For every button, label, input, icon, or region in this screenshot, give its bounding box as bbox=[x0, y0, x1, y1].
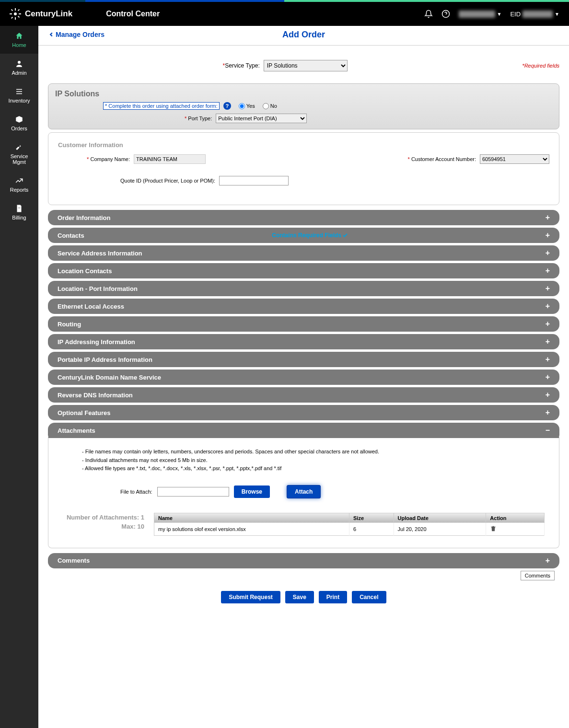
file-input[interactable] bbox=[157, 487, 229, 497]
plus-icon: + bbox=[546, 231, 550, 240]
company-name-label: * Company Name: bbox=[58, 156, 130, 162]
account-number-label: * Customer Account Number: bbox=[404, 156, 476, 162]
plus-icon: + bbox=[546, 355, 550, 364]
accordion-portable-ip-address-information[interactable]: Portable IP Address Information+ bbox=[48, 352, 559, 367]
col-action: Action bbox=[486, 513, 545, 523]
chevron-left-icon bbox=[48, 31, 55, 38]
col-date: Upload Date bbox=[394, 513, 486, 523]
table-row: my ip solutions olof excel version.xlsx … bbox=[154, 523, 545, 536]
svg-rect-8 bbox=[18, 9, 20, 11]
radio-no[interactable]: No bbox=[263, 103, 277, 109]
radio-yes[interactable]: Yes bbox=[239, 103, 255, 109]
svg-rect-5 bbox=[11, 9, 13, 11]
svg-rect-15 bbox=[18, 208, 21, 208]
accordion-order-information[interactable]: Order Information+ bbox=[48, 210, 559, 225]
accordion-optional-features[interactable]: Optional Features+ bbox=[48, 405, 559, 420]
bell-icon[interactable] bbox=[424, 10, 433, 18]
accordion-location-contacts[interactable]: Location Contacts+ bbox=[48, 263, 559, 278]
attach-note-1: - File names may contain only letters, n… bbox=[82, 448, 545, 456]
svg-rect-6 bbox=[18, 16, 20, 18]
nav-orders[interactable]: Orders bbox=[0, 109, 38, 137]
service-type-label: *Service Type: bbox=[223, 62, 260, 69]
col-size: Size bbox=[349, 513, 394, 523]
svg-point-0 bbox=[14, 12, 17, 15]
col-name: Name bbox=[154, 513, 349, 523]
accordion-ethernet-local-access[interactable]: Ethernet Local Access+ bbox=[48, 299, 559, 314]
plus-icon: + bbox=[546, 391, 550, 399]
svg-rect-13 bbox=[16, 91, 22, 92]
company-name-input[interactable] bbox=[134, 154, 206, 164]
user-menu[interactable]: xxxxxxxx▼ bbox=[459, 11, 502, 18]
accordion-location-port-information[interactable]: Location - Port Information+ bbox=[48, 281, 559, 296]
attach-button[interactable]: Attach bbox=[287, 485, 321, 498]
accordion-ip-addressing-information[interactable]: IP Addressing Information+ bbox=[48, 334, 559, 349]
svg-rect-7 bbox=[11, 17, 13, 19]
plus-icon: + bbox=[546, 266, 550, 275]
quote-id-input[interactable] bbox=[219, 176, 289, 185]
svg-rect-4 bbox=[19, 13, 21, 14]
help-icon[interactable]: ? bbox=[223, 102, 231, 110]
list-icon bbox=[15, 87, 23, 96]
port-type-label: * Port Type: bbox=[185, 116, 212, 121]
plus-icon: + bbox=[546, 337, 550, 346]
minus-icon: − bbox=[546, 426, 550, 435]
accordion-service-address-information[interactable]: Service Address Information+ bbox=[48, 245, 559, 261]
accordion-reverse-dns-information[interactable]: Reverse DNS Information+ bbox=[48, 387, 559, 403]
browse-button[interactable]: Browse bbox=[234, 485, 270, 498]
service-type-select[interactable]: IP Solutions bbox=[264, 60, 348, 71]
quote-id-label: Quote ID (Product Pricer, Loop or POM): bbox=[120, 178, 215, 184]
centurylink-logo-icon bbox=[10, 8, 21, 20]
attach-note-3: - Allowed file types are *.txt, *.doc, *… bbox=[82, 464, 545, 473]
accordion-routing[interactable]: Routing+ bbox=[48, 316, 559, 332]
wrench-icon bbox=[15, 143, 23, 151]
page-title: Add Order bbox=[282, 30, 325, 40]
eid-menu[interactable]: EIDxxxxxx▼ bbox=[510, 11, 559, 18]
attachments-panel: - File names may contain only letters, n… bbox=[48, 436, 559, 548]
document-icon bbox=[15, 204, 23, 213]
sidebar: Home Admin Inventory Orders Service Mgmt… bbox=[0, 26, 38, 728]
logo[interactable]: CenturyLink bbox=[10, 8, 72, 20]
plus-icon: + bbox=[546, 408, 550, 417]
submit-button[interactable]: Submit Request bbox=[221, 591, 280, 603]
account-number-select[interactable]: 60594951 bbox=[480, 154, 549, 164]
save-button[interactable]: Save bbox=[285, 591, 314, 603]
plus-icon: + bbox=[546, 320, 550, 328]
nav-billing[interactable]: Billing bbox=[0, 198, 38, 226]
plus-icon: + bbox=[546, 284, 550, 293]
ip-solutions-section: IP Solutions * Complete this order using… bbox=[48, 83, 559, 129]
svg-rect-3 bbox=[10, 13, 12, 14]
contains-required-badge: Contains Required Fields bbox=[272, 232, 348, 239]
cancel-button[interactable]: Cancel bbox=[352, 591, 386, 603]
nav-admin[interactable]: Admin bbox=[0, 54, 38, 81]
svg-rect-2 bbox=[15, 17, 16, 20]
nav-inventory[interactable]: Inventory bbox=[0, 81, 38, 109]
back-link[interactable]: Manage Orders bbox=[48, 31, 105, 38]
chart-icon bbox=[15, 176, 23, 185]
trash-icon[interactable] bbox=[490, 525, 497, 532]
home-icon bbox=[15, 32, 23, 40]
svg-rect-14 bbox=[16, 93, 22, 94]
accordion-comments[interactable]: Comments + bbox=[48, 553, 559, 568]
user-icon bbox=[15, 59, 23, 68]
accordion-centurylink-domain-name-service[interactable]: CenturyLink Domain Name Service+ bbox=[48, 370, 559, 385]
nav-home[interactable]: Home bbox=[0, 26, 38, 54]
attach-note-2: - Individual attachments may not exceed … bbox=[82, 456, 545, 465]
chevron-down-icon: ▼ bbox=[497, 12, 502, 17]
customer-info-section: Customer Information * Company Name: * C… bbox=[48, 132, 559, 205]
help-icon[interactable] bbox=[441, 10, 450, 18]
comments-tooltip: Comments bbox=[521, 571, 555, 580]
order-form-label: * Complete this order using attached ord… bbox=[103, 102, 220, 110]
product-name: Control Center bbox=[106, 10, 160, 18]
nav-service-mgmt[interactable]: Service Mgmt bbox=[0, 137, 38, 171]
accordion-contacts[interactable]: ContactsContains Required Fields+ bbox=[48, 228, 559, 243]
plus-icon: + bbox=[546, 213, 550, 222]
ip-solutions-title: IP Solutions bbox=[55, 90, 552, 98]
plus-icon: + bbox=[546, 373, 550, 381]
brand-text: CenturyLink bbox=[25, 9, 72, 19]
port-type-select[interactable]: Public Internet Port (DIA) bbox=[216, 114, 307, 123]
customer-info-title: Customer Information bbox=[58, 141, 549, 149]
print-button[interactable]: Print bbox=[319, 591, 347, 603]
nav-reports[interactable]: Reports bbox=[0, 171, 38, 198]
required-fields-note: *Required fields bbox=[522, 63, 559, 69]
box-icon bbox=[15, 115, 23, 124]
